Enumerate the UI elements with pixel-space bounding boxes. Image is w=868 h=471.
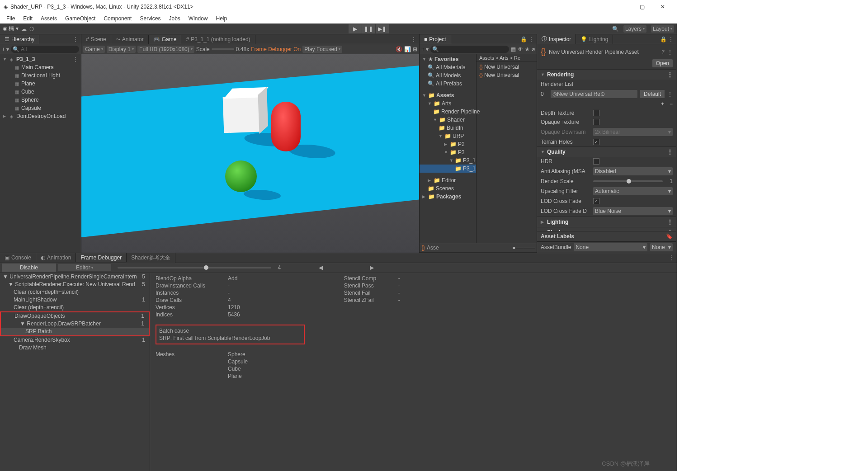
- game-mode-dropdown[interactable]: Game: [83, 46, 105, 53]
- layout-dropdown[interactable]: Layout: [651, 25, 674, 33]
- folder-item-selected[interactable]: 📁 P3_1: [420, 165, 476, 173]
- menu-jobs[interactable]: Jobs: [165, 14, 184, 23]
- menu-component[interactable]: Component: [100, 14, 135, 23]
- menu-help[interactable]: Help: [212, 14, 231, 23]
- fav-item[interactable]: 🔍 All Prefabs: [420, 80, 476, 88]
- folder-item[interactable]: ▼📁 Arts: [420, 99, 476, 108]
- scale-slider[interactable]: [212, 48, 234, 50]
- panel-menu-icon[interactable]: ⋮: [70, 36, 81, 42]
- tab-lighting[interactable]: 💡 Lighting: [576, 35, 613, 44]
- help-icon[interactable]: ?: [661, 49, 665, 55]
- fd-tree-item[interactable]: ▼ ScriptableRenderer.Execute: New Univer…: [0, 281, 150, 288]
- eye-icon[interactable]: 👁: [518, 46, 523, 52]
- stats-icon[interactable]: 📊: [404, 46, 411, 52]
- fd-tree-item[interactable]: MainLightShadow1: [0, 296, 150, 304]
- settings-icon[interactable]: ⬡: [29, 26, 34, 32]
- panel-lock-icon[interactable]: 🔒 ⋮: [518, 36, 537, 42]
- section-shadows[interactable]: ▶Shadows⋮: [537, 227, 676, 231]
- fav-item[interactable]: 🔍 All Models: [420, 71, 476, 80]
- menu-edit[interactable]: Edit: [19, 14, 36, 23]
- section-quality[interactable]: ▼Quality⋮: [537, 146, 676, 157]
- layers-dropdown[interactable]: Layers: [623, 25, 646, 33]
- fd-tree-item[interactable]: ▼ UniversalRenderPipeline.RenderSingleCa…: [0, 273, 150, 281]
- step-button[interactable]: ▶❚: [376, 24, 389, 33]
- fd-tree-item[interactable]: ▼ RenderLoop.DrawSRPBatcher1: [1, 320, 149, 328]
- panel-lock-icon[interactable]: 🔒 ⋮: [657, 36, 676, 42]
- editor-dropdown[interactable]: Editor: [58, 264, 111, 271]
- add-dropdown[interactable]: + ▾: [2, 46, 9, 52]
- aa-dropdown[interactable]: Disabled▾: [593, 167, 673, 175]
- folder-item[interactable]: 📁 BuildIn: [420, 124, 476, 132]
- display-dropdown[interactable]: Display 1: [107, 46, 136, 53]
- hierarchy-item[interactable]: ▦Cube: [0, 88, 81, 96]
- folder-item[interactable]: ▼📁 P3: [420, 148, 476, 156]
- focus-dropdown[interactable]: Play Focused: [302, 46, 342, 53]
- menu-assets[interactable]: Assets: [37, 14, 61, 23]
- folder-item[interactable]: ▶📁 P2: [420, 140, 476, 148]
- maximize-button[interactable]: ▢: [632, 0, 652, 14]
- fd-tree-item[interactable]: DrawOpaqueObjects1: [1, 312, 149, 320]
- terrain-holes-checkbox[interactable]: ✓: [593, 139, 599, 145]
- opaque-texture-checkbox[interactable]: [593, 119, 599, 125]
- hierarchy-dontdestroy[interactable]: ▶◈DontDestroyOnLoad: [0, 112, 81, 120]
- asset-item[interactable]: {} New Universal: [476, 71, 537, 79]
- section-rendering[interactable]: ▼Rendering⋮: [537, 69, 676, 80]
- folder-item[interactable]: ▶📁 Editor: [420, 176, 476, 184]
- play-button[interactable]: ▶: [349, 24, 362, 33]
- search-icon[interactable]: 🔍: [612, 26, 619, 32]
- panel-menu-icon[interactable]: ⋮: [408, 36, 419, 42]
- project-search[interactable]: 🔍: [430, 46, 509, 53]
- render-scale-slider[interactable]: [593, 180, 663, 182]
- menu-services[interactable]: Services: [136, 14, 164, 23]
- hierarchy-item[interactable]: ▦Plane: [0, 80, 81, 88]
- hierarchy-item[interactable]: ▦Directional Light: [0, 71, 81, 80]
- filter-icon[interactable]: ▦: [511, 46, 516, 52]
- lod-fade-dither-dropdown[interactable]: Blue Noise▾: [593, 207, 673, 215]
- tab-inspector[interactable]: ⓘ Inspector: [537, 34, 576, 44]
- frame-slider[interactable]: [118, 267, 271, 268]
- folder-item[interactable]: ▼📁 Shader: [420, 116, 476, 124]
- packages-folder[interactable]: ▶📁 Packages: [420, 193, 476, 201]
- assetbundle-variant[interactable]: None▾: [650, 243, 673, 251]
- mute-icon[interactable]: 🔇: [396, 46, 402, 52]
- fd-tree-item[interactable]: Camera.RenderSkybox1: [0, 336, 150, 344]
- assets-folder[interactable]: ▼📁 Assets: [420, 91, 476, 99]
- fd-tree-item[interactable]: Draw Mesh: [0, 344, 150, 352]
- tab-project[interactable]: ■ Project: [420, 35, 451, 44]
- fav-item[interactable]: 🔍 All Materials: [420, 63, 476, 71]
- cloud-icon[interactable]: ☁: [21, 26, 27, 32]
- tab-scene[interactable]: # Scene: [81, 35, 111, 44]
- hdr-checkbox[interactable]: [593, 158, 599, 165]
- next-button[interactable]: ▶: [370, 264, 374, 271]
- favorites-header[interactable]: ▼★ Favorites: [420, 55, 476, 63]
- add-button[interactable]: + ▾: [421, 46, 429, 52]
- breadcrumb[interactable]: Assets > Arts > Re: [476, 54, 537, 62]
- hidden-icon[interactable]: ⌀: [532, 46, 535, 52]
- account-icon[interactable]: ◉ 楠 ▾: [3, 25, 19, 33]
- resolution-dropdown[interactable]: Full HD (1920x1080): [137, 46, 194, 53]
- folder-item[interactable]: ▼📁 URP: [420, 132, 476, 140]
- renderer-menu[interactable]: ⋮: [667, 91, 673, 97]
- tab-animator[interactable]: ⤳ Animator: [111, 35, 149, 44]
- menu-gameobject[interactable]: GameObject: [61, 14, 99, 23]
- upscale-dropdown[interactable]: Automatic▾: [593, 187, 673, 195]
- lod-fade-checkbox[interactable]: ✓: [593, 198, 599, 204]
- tab-hierarchy[interactable]: ☰ Hierarchy: [0, 35, 39, 44]
- panel-menu-icon[interactable]: ⋮: [666, 254, 677, 261]
- star-icon[interactable]: ★: [525, 46, 530, 52]
- label-tag-icon[interactable]: 🔖: [666, 233, 673, 240]
- tab-p311[interactable]: # P3_1_1 (nothing loaded): [181, 35, 255, 44]
- menu-file[interactable]: File: [3, 14, 19, 23]
- fd-tree-item[interactable]: SRP Batch: [1, 328, 149, 335]
- fd-tree-item[interactable]: Clear (color+depth+stencil): [0, 288, 150, 296]
- tab-shader-ref[interactable]: Shader参考大全: [127, 253, 175, 263]
- gizmos-icon[interactable]: ⊞: [413, 46, 417, 52]
- default-button[interactable]: Default: [640, 90, 665, 98]
- open-button[interactable]: Open: [652, 59, 673, 67]
- scene-root[interactable]: ▼◈P3_1_3⋮: [0, 55, 81, 63]
- minimize-button[interactable]: —: [611, 0, 632, 14]
- hierarchy-search[interactable]: 🔍 All: [11, 46, 79, 53]
- hierarchy-item[interactable]: ▦Sphere: [0, 96, 81, 104]
- prev-button[interactable]: ◀: [319, 264, 323, 271]
- tab-game[interactable]: 🎮 Game: [149, 35, 182, 44]
